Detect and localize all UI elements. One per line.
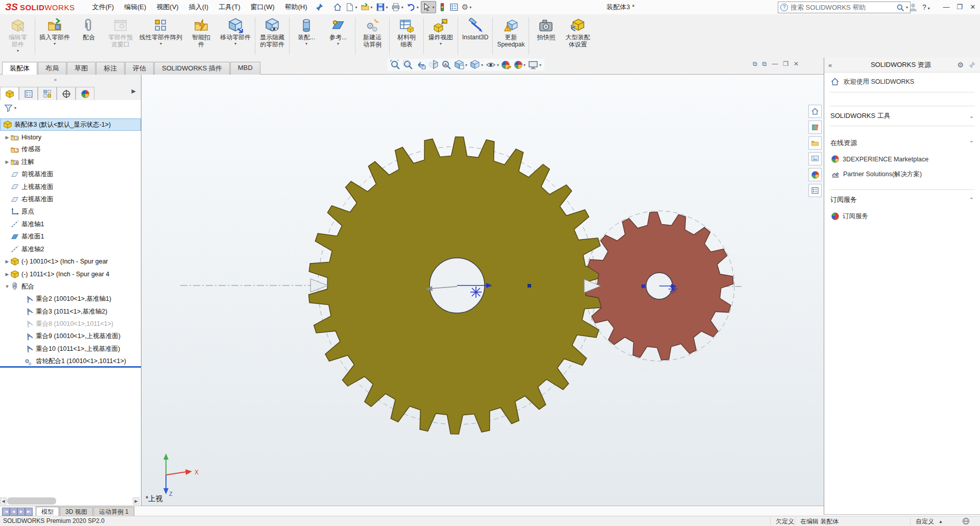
minimize-button[interactable]: —	[940, 0, 953, 14]
tab-view-palette[interactable]	[808, 152, 822, 165]
tree-item-sensors[interactable]: 传感器	[0, 144, 141, 156]
search-box[interactable]: ? 搜索 SOLIDWORKS 帮助 ▾	[778, 2, 911, 13]
search-scope-arrow-icon[interactable]: ▾	[906, 5, 908, 10]
section-subscription[interactable]: 订阅服务 ⌃	[824, 191, 980, 208]
chevron-up-icon[interactable]: ⌃	[969, 197, 974, 203]
dropdown-arrow-icon[interactable]: ▾	[54, 41, 56, 47]
filter-funnel-icon[interactable]	[4, 104, 13, 112]
expander-icon[interactable]: ▶	[4, 135, 10, 140]
menu-tools[interactable]: 工具(T)	[213, 0, 246, 14]
dropdown-arrow-icon[interactable]: ▾	[469, 5, 471, 10]
tab-dimxpert-manager[interactable]	[57, 87, 76, 100]
tab-solidworks-addins[interactable]: SOLIDWORKS 插件	[154, 62, 230, 75]
dropdown-arrow-icon[interactable]: ▾	[497, 63, 499, 67]
rollback-bar[interactable]	[0, 366, 141, 368]
pane-restore-icon[interactable]: ⧉	[762, 60, 767, 67]
tab-sketch[interactable]: 草图	[67, 62, 95, 75]
panel-collapse-handle[interactable]	[0, 75, 141, 85]
tree-item-mate-coincident8-suppressed[interactable]: 重合8 (10010<1>,1011<1>)	[0, 318, 141, 330]
tab-configuration-manager[interactable]	[38, 87, 57, 100]
tree-item-top-plane[interactable]: 上视基准面	[0, 181, 141, 193]
dropdown-arrow-icon[interactable]: ▾	[523, 63, 525, 67]
bill-of-materials-button[interactable]: 材料明细表	[391, 14, 422, 58]
new-motion-study-button[interactable]: ⚙⚙ 新建运动算例	[356, 14, 388, 58]
custom-status-button[interactable]: 自定义	[910, 517, 942, 525]
tree-item-plane1[interactable]: 基准面1	[0, 231, 141, 243]
file-properties-button[interactable]	[448, 2, 460, 13]
item-3dexperience-marketplace[interactable]: 3DEXPERIENCE Marketplace	[824, 152, 980, 166]
tree-item-right-plane[interactable]: 右视基准面	[0, 193, 141, 205]
insert-component-button[interactable]: 插入零部件▾	[36, 14, 73, 58]
tab-custom-properties[interactable]	[808, 184, 822, 197]
tree-item-origin[interactable]: 原点	[0, 206, 141, 218]
apply-scene-button[interactable]: ▾	[514, 61, 525, 69]
smart-fasteners-button[interactable]: 智能扣件	[185, 14, 217, 58]
previous-view-button[interactable]	[416, 60, 426, 70]
dropdown-arrow-icon[interactable]: ▾	[355, 5, 357, 10]
search-input[interactable]: 搜索 SOLIDWORKS 帮助	[791, 3, 896, 12]
menu-window[interactable]: 窗口(W)	[246, 0, 280, 14]
tab-markup[interactable]: 标注	[96, 62, 125, 75]
move-component-button[interactable]: 移动零部件▾	[217, 14, 254, 58]
gear-icon[interactable]: ⚙	[957, 61, 964, 69]
zoom-to-area-button[interactable]	[403, 60, 413, 70]
home-button[interactable]	[332, 2, 343, 13]
view-settings-button[interactable]: ▾	[528, 60, 541, 70]
tree-item-mates-group[interactable]: ▼ 配合	[0, 280, 141, 293]
dropdown-arrow-icon[interactable]: ▾	[440, 41, 442, 47]
login-user-icon[interactable]	[909, 3, 918, 12]
zoom-to-fit-button[interactable]	[390, 60, 400, 70]
dropdown-arrow-icon[interactable]: ▾	[465, 63, 467, 67]
dropdown-arrow-icon[interactable]: ▾	[417, 5, 419, 10]
hide-show-items-button[interactable]: ▾	[486, 60, 499, 70]
expander-icon[interactable]: ▶	[4, 272, 10, 277]
edit-appearance-button[interactable]	[501, 60, 512, 69]
web-status-icon[interactable]	[962, 517, 970, 525]
instant3d-button[interactable]: Instant3D	[459, 14, 491, 58]
tab-display-manager[interactable]	[76, 87, 94, 100]
expander-icon[interactable]: ▼	[4, 284, 10, 289]
close-button[interactable]: ✕	[966, 0, 979, 14]
menu-pin-icon[interactable]	[316, 3, 324, 11]
dropdown-arrow-icon[interactable]: ▾	[337, 41, 339, 47]
menu-edit[interactable]: 编辑(E)	[119, 0, 151, 14]
scroll-right-icon[interactable]: ▶	[133, 497, 139, 505]
dropdown-arrow-icon[interactable]: ▾	[539, 63, 541, 67]
dropdown-arrow-icon[interactable]: ▾	[305, 41, 307, 47]
tree-item-mate-coincident2[interactable]: 重合2 (10010<1>,基准轴1)	[0, 293, 141, 305]
pin-icon[interactable]	[969, 61, 976, 68]
open-button[interactable]: ▾	[360, 2, 374, 13]
options-button[interactable]: ⚙▾	[461, 2, 472, 13]
section-online-resources[interactable]: 在线资源 ⌃	[824, 134, 980, 152]
reference-geometry-button[interactable]: 参考...▾	[322, 14, 354, 58]
tree-item-mate-coincident9[interactable]: 重合9 (10010<1>,上视基准面)	[0, 330, 141, 343]
tab-appearances[interactable]	[808, 168, 822, 181]
dropdown-arrow-icon[interactable]: ▾	[386, 5, 388, 10]
linear-pattern-button[interactable]: 线性零部件阵列▾	[136, 14, 185, 58]
help-menu-button[interactable]: ?▾	[922, 0, 930, 16]
tree-item-annotations[interactable]: ▶ A 注解	[0, 156, 141, 168]
tab-solidworks-resources[interactable]	[808, 105, 822, 118]
rebuild-button[interactable]	[437, 2, 447, 13]
menu-file[interactable]: 文件(F)	[87, 0, 119, 14]
chevron-down-icon[interactable]: ⌄	[969, 113, 974, 119]
take-snapshot-button[interactable]: 拍快照	[530, 14, 562, 58]
select-tool-button[interactable]: ▾	[421, 1, 436, 13]
dropdown-arrow-icon[interactable]: ▾	[160, 41, 162, 47]
first-tab-icon[interactable]: |◀	[2, 508, 10, 516]
doc-restore-icon[interactable]: ❐	[783, 60, 788, 67]
assembly-features-button[interactable]: 装配...▾	[291, 14, 322, 58]
section-solidworks-tools[interactable]: SOLIDWORKS 工具 ⌄	[824, 107, 980, 125]
chevron-up-icon[interactable]: ⌃	[969, 140, 974, 147]
view-orientation-button[interactable]: ▾	[454, 60, 467, 70]
expander-icon[interactable]: ▶	[4, 259, 10, 264]
tree-item-history[interactable]: ▶ History	[0, 131, 141, 143]
undo-button[interactable]: ▾	[405, 2, 420, 13]
dropdown-arrow-icon[interactable]: ▾	[371, 5, 373, 10]
tab-assembly[interactable]: 装配体	[2, 62, 37, 75]
panel-expand-arrow-icon[interactable]: ▶	[132, 88, 136, 94]
show-hidden-components-button[interactable]: 显示隐藏的零部件	[256, 14, 288, 58]
pane-split-icon[interactable]: ⧉	[753, 60, 757, 67]
tree-item-assembly-root[interactable]: 装配体3 (默认<默认_显示状态-1>)	[0, 118, 141, 131]
tab-feature-tree[interactable]	[0, 87, 19, 100]
